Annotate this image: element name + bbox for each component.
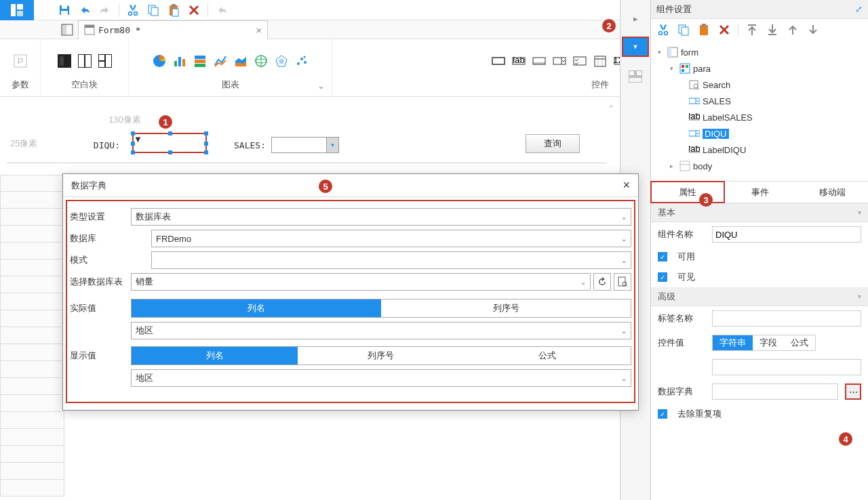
- param-icon[interactable]: P: [13, 54, 28, 68]
- save-button[interactable]: [54, 0, 75, 20]
- tab-events[interactable]: 事件: [724, 182, 796, 203]
- panel-top-icon[interactable]: [745, 23, 759, 37]
- svg-text:P: P: [17, 56, 23, 66]
- globe-icon[interactable]: [254, 54, 268, 68]
- file-tab[interactable]: Form80 * ×: [78, 20, 268, 39]
- widget-value-segmented: 字符串 字段 公式: [712, 335, 816, 351]
- rail-expand-icon[interactable]: ▸: [622, 8, 649, 28]
- database-select[interactable]: FRDemo⌄: [151, 230, 631, 247]
- tree-node-sales[interactable]: SALES: [658, 93, 861, 109]
- panel-cut-icon[interactable]: [656, 23, 670, 37]
- dialog-close-icon[interactable]: ×: [623, 178, 630, 192]
- svg-point-41: [303, 56, 305, 58]
- svg-point-74: [659, 32, 663, 35]
- sales-combo[interactable]: ▼: [271, 137, 339, 153]
- paste-button[interactable]: [163, 0, 184, 20]
- seg-formula[interactable]: 公式: [784, 335, 815, 350]
- schema-label: 模式: [70, 254, 131, 266]
- panel-expand-icon[interactable]: ⤢: [855, 4, 863, 14]
- undo-button[interactable]: [75, 0, 95, 20]
- widget-checklist-icon[interactable]: [573, 54, 587, 68]
- schema-select[interactable]: ⌄: [151, 251, 631, 269]
- scatter-icon[interactable]: [295, 54, 309, 68]
- widget-text-icon[interactable]: [492, 54, 505, 68]
- bar-chart-icon[interactable]: [173, 54, 186, 68]
- actual-column-select[interactable]: 地区⌄: [131, 322, 631, 339]
- visible-checkbox[interactable]: ✓: [658, 272, 667, 282]
- widget-combo-icon[interactable]: [553, 54, 566, 68]
- file-tab-label: Form80 *: [98, 25, 141, 35]
- tree-node-para[interactable]: ▾para: [658, 60, 861, 77]
- close-tab-icon[interactable]: ×: [256, 24, 262, 36]
- display-colidx[interactable]: 列序号: [298, 347, 464, 364]
- tree-node-labelsales[interactable]: labLabelSALES: [658, 109, 861, 125]
- panel-bottom-icon[interactable]: [766, 23, 779, 37]
- panel-down-icon[interactable]: [806, 23, 820, 37]
- tree-node-form[interactable]: ▾form: [658, 44, 861, 60]
- section-basic[interactable]: 基本▾: [651, 203, 868, 222]
- data-dict-input[interactable]: [712, 383, 838, 400]
- tree-node-diqu[interactable]: DIQU: [658, 125, 861, 142]
- type-setting-select[interactable]: 数据库表⌄: [131, 208, 631, 226]
- refresh-button[interactable]: [593, 273, 611, 291]
- enabled-checkbox[interactable]: ✓: [658, 252, 667, 262]
- query-button[interactable]: 查询: [526, 134, 580, 153]
- area-chart-icon[interactable]: [234, 54, 248, 68]
- database-label: 数据库: [70, 232, 131, 245]
- stack-chart-icon[interactable]: [193, 54, 207, 68]
- diqu-dropdown-icon[interactable]: ▼: [134, 134, 205, 144]
- view-mode-icon[interactable]: [58, 22, 77, 38]
- tab-attributes[interactable]: 属性: [650, 181, 725, 203]
- display-column-select[interactable]: 地区⌄: [131, 369, 631, 387]
- sales-dropdown-icon[interactable]: ▼: [326, 138, 338, 152]
- display-colname[interactable]: 列名: [132, 347, 298, 364]
- copy-button[interactable]: [143, 0, 163, 20]
- preview-button[interactable]: [614, 273, 631, 291]
- actual-colname[interactable]: 列名: [132, 299, 381, 317]
- tree-node-labeldiqu[interactable]: labLabelDIQU: [658, 142, 861, 158]
- line-chart-icon[interactable]: [214, 54, 227, 68]
- seg-string[interactable]: 字符串: [713, 335, 753, 350]
- panel-delete-icon[interactable]: [717, 23, 731, 37]
- svg-rect-78: [700, 25, 708, 35]
- svg-rect-73: [629, 77, 642, 83]
- panel-copy-icon[interactable]: [677, 23, 690, 37]
- redo-button[interactable]: [95, 0, 115, 20]
- rail-dropdown-button[interactable]: ▼: [622, 37, 649, 57]
- tag-name-input[interactable]: [712, 310, 861, 327]
- widget-label-icon[interactable]: lab: [512, 54, 526, 68]
- cut-button[interactable]: [123, 0, 143, 20]
- actual-colidx[interactable]: 列序号: [381, 299, 631, 317]
- widget-button-icon[interactable]: [532, 54, 546, 68]
- tab-mobile[interactable]: 移动端: [796, 182, 868, 203]
- tree-node-body[interactable]: ▸body: [658, 158, 861, 174]
- diqu-combo-selected[interactable]: ▼: [132, 133, 207, 153]
- charts-expand-icon[interactable]: ⌄: [317, 81, 325, 91]
- svg-rect-15: [85, 25, 94, 28]
- block-split-v-icon[interactable]: [78, 54, 92, 68]
- display-formula[interactable]: 公式: [465, 347, 631, 364]
- format-painter-button[interactable]: [212, 0, 232, 20]
- radar-icon[interactable]: [275, 54, 288, 68]
- svg-rect-0: [11, 4, 16, 16]
- scroll-up-icon[interactable]: ^: [610, 104, 613, 112]
- panel-paste-icon[interactable]: [697, 23, 711, 37]
- diqu-label-field: DIQU:: [68, 136, 125, 154]
- block-split-h-icon[interactable]: [98, 54, 112, 68]
- tree-node-search[interactable]: Search: [658, 77, 861, 93]
- table-select[interactable]: 销量⌄: [131, 273, 591, 291]
- annotation-1: 1: [159, 115, 172, 129]
- comp-name-input[interactable]: [712, 226, 861, 243]
- pie-chart-icon[interactable]: [153, 54, 166, 68]
- dedupe-checkbox[interactable]: ✓: [658, 409, 667, 419]
- rail-layout-icon[interactable]: [622, 66, 649, 87]
- svg-text:lab: lab: [513, 55, 524, 65]
- widget-date-icon[interactable]: [593, 54, 607, 68]
- widget-value-input[interactable]: [712, 359, 861, 375]
- delete-button[interactable]: [184, 0, 204, 20]
- seg-field[interactable]: 字段: [753, 335, 784, 350]
- block-full-icon[interactable]: [58, 54, 71, 68]
- data-dict-browse-button[interactable]: ⋯: [845, 383, 861, 400]
- section-advanced[interactable]: 高级▾: [651, 287, 868, 306]
- panel-up-icon[interactable]: [786, 23, 800, 37]
